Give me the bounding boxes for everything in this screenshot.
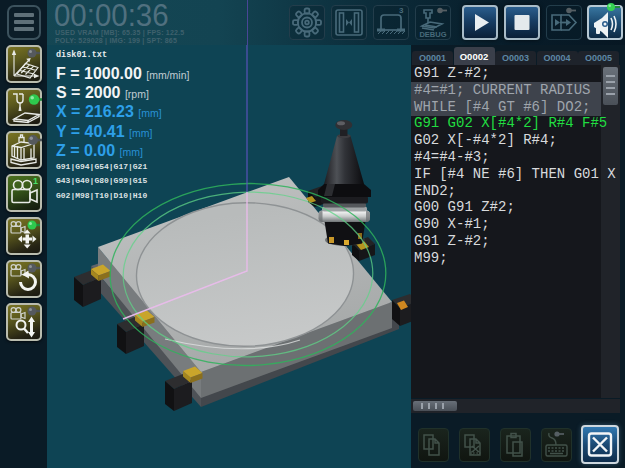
svg-text:DEBUG: DEBUG (419, 30, 446, 39)
svg-text:3: 3 (399, 6, 404, 15)
svg-text:1: 1 (33, 176, 38, 186)
